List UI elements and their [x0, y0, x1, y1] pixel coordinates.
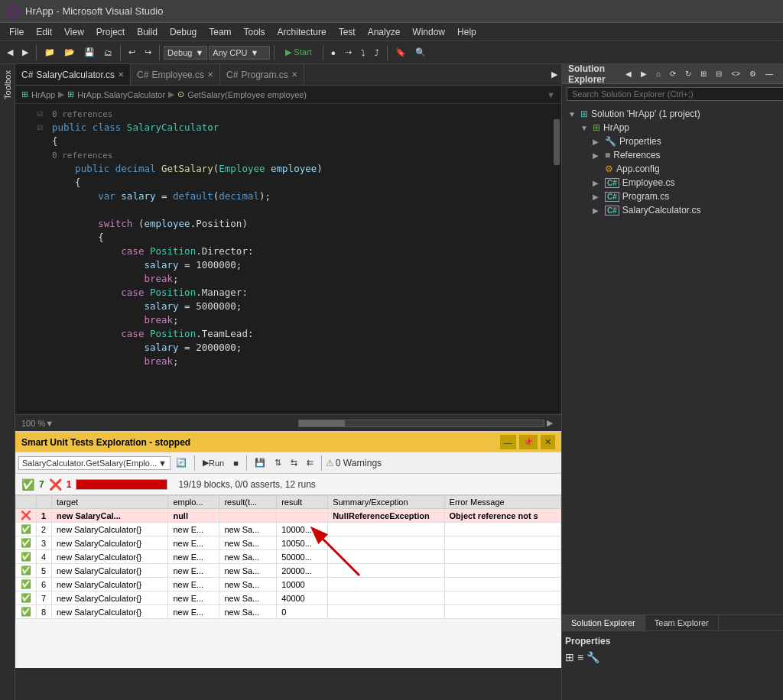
save-button[interactable]: 💾 — [80, 45, 99, 60]
start-button[interactable]: ▶ Start — [278, 45, 318, 60]
redo-button[interactable]: ↪ — [141, 45, 155, 60]
editor-scrollbar[interactable] — [552, 104, 561, 414]
se-solution-node[interactable]: ▼ ⊞ Solution 'HrApp' (1 project) — [562, 107, 783, 121]
menu-debug[interactable]: Debug — [164, 23, 203, 41]
props-grid-button[interactable]: ⊞ — [565, 651, 574, 663]
props-settings-button[interactable]: 🔧 — [586, 651, 599, 663]
menu-analyze[interactable]: Analyze — [362, 23, 407, 41]
breadcrumb-method[interactable]: GetSalary(Employee employee) — [187, 90, 307, 99]
se-close-button[interactable]: — — [762, 67, 777, 80]
forward-button[interactable]: ▶ — [18, 45, 32, 60]
panel-minimize-button[interactable]: — — [500, 435, 516, 449]
menu-tools[interactable]: Tools — [238, 23, 271, 41]
stop-button[interactable]: ■ — [229, 456, 242, 470]
panel-close-button[interactable]: ✕ — [541, 435, 555, 449]
row-employee: new E... — [168, 523, 219, 536]
scroll-right-btn[interactable]: ▶ — [544, 417, 555, 429]
step-button[interactable]: ⇢ — [341, 45, 356, 60]
props-list-button[interactable]: ≡ — [577, 651, 583, 663]
table-row[interactable]: ✅ 8 new SalaryCalculator{} new E... new … — [16, 605, 561, 619]
menu-team[interactable]: Team — [203, 23, 237, 41]
test-table-container: target emplo... result(t... result Summa… — [15, 495, 561, 619]
tab-team-explorer[interactable]: Team Explorer — [645, 615, 719, 630]
col-result-type[interactable]: result(t... — [219, 496, 277, 509]
se-salarycalculator-node[interactable]: ▶ C# SalaryCalculator.cs — [562, 203, 783, 217]
menu-window[interactable]: Window — [406, 23, 451, 41]
table-row[interactable]: ✅ 2 new SalaryCalculator{} new E... new … — [16, 523, 561, 536]
se-expand-button[interactable]: ⊞ — [697, 67, 710, 80]
se-source-control-button[interactable]: <> — [727, 67, 744, 80]
col-summary[interactable]: Summary/Exception — [328, 496, 444, 509]
open-button[interactable]: 📂 — [60, 45, 79, 60]
table-row[interactable]: ✅ 6 new SalaryCalculator{} new E... new … — [16, 578, 561, 591]
breadcrumb-class[interactable]: HrApp.SalaryCalculator — [77, 90, 165, 99]
new-project-button[interactable]: 📁 — [41, 45, 59, 60]
menu-test[interactable]: Test — [333, 23, 362, 41]
find-button[interactable]: 🔍 — [411, 45, 430, 60]
filter-button[interactable]: ⇇ — [303, 455, 317, 470]
tab-employee-close[interactable]: ✕ — [207, 70, 213, 79]
row-summary — [328, 591, 444, 605]
table-row[interactable]: ❌ 1 new SalaryCal... null NullReferenceE… — [16, 509, 561, 523]
col-target[interactable]: target — [52, 496, 168, 509]
col-error[interactable]: Error Message — [444, 496, 560, 509]
toolbox-label[interactable]: Toolbox — [2, 67, 14, 102]
debug-mode-dropdown[interactable]: Debug ▼ — [164, 46, 207, 60]
se-sync-button[interactable]: ⟳ — [666, 67, 680, 80]
menu-view[interactable]: View — [58, 23, 90, 41]
se-back-button[interactable]: ◀ — [622, 67, 635, 80]
tab-salary-calculator[interactable]: C# SalaryCalculator.cs ✕ — [15, 64, 131, 85]
bookmark-button[interactable]: 🔖 — [392, 45, 410, 60]
test-selector-dropdown[interactable]: SalaryCalculator.GetSalary(Emplo... ▼ — [18, 456, 171, 470]
menu-file[interactable]: File — [3, 23, 30, 41]
refresh-button[interactable]: 🔄 — [172, 455, 190, 470]
col-result[interactable]: result — [277, 496, 328, 509]
se-references-node[interactable]: ▶ ■ References — [562, 148, 783, 162]
se-home-button[interactable]: ⌂ — [652, 67, 664, 80]
sort-desc-button[interactable]: ⇆ — [287, 455, 301, 470]
se-appconfig-node[interactable]: ▶ ⚙ App.config — [562, 162, 783, 176]
tab-solution-explorer[interactable]: Solution Explorer — [562, 615, 645, 630]
se-forward-button[interactable]: ▶ — [637, 67, 651, 80]
tab-program-close[interactable]: ✕ — [291, 70, 297, 79]
menu-help[interactable]: Help — [451, 23, 482, 41]
se-program-node[interactable]: ▶ C# Program.cs — [562, 190, 783, 203]
code-editor[interactable]: 0 references public class SalaryCalculat… — [46, 104, 552, 414]
step-out-button[interactable]: ⤴ — [371, 46, 383, 60]
menu-project[interactable]: Project — [90, 23, 131, 41]
table-row[interactable]: ✅ 4 new SalaryCalculator{} new E... new … — [16, 550, 561, 564]
run-button[interactable]: ▶ Run — [199, 455, 228, 470]
zoom-label[interactable]: 100 % — [21, 419, 45, 428]
se-employee-node[interactable]: ▶ C# Employee.cs — [562, 176, 783, 190]
breadcrumb-bar: ⊞ HrApp ▶ ⊞ HrApp.SalaryCalculator ▶ ⊙ G… — [15, 86, 561, 104]
step-over-button[interactable]: ⤵ — [357, 46, 369, 60]
toolbar-sep-5 — [323, 45, 323, 60]
se-project-node[interactable]: ▼ ⊞ HrApp — [562, 121, 783, 134]
table-row[interactable]: ✅ 7 new SalaryCalculator{} new E... new … — [16, 591, 561, 605]
se-refresh-button[interactable]: ↻ — [681, 67, 695, 80]
save-tests-button[interactable]: 💾 — [251, 455, 269, 470]
save-all-button[interactable]: 🗂 — [100, 46, 116, 60]
col-employee[interactable]: emplo... — [168, 496, 219, 509]
menu-edit[interactable]: Edit — [30, 23, 58, 41]
tab-employee[interactable]: C# Employee.cs ✕ — [131, 64, 220, 85]
table-row[interactable]: ✅ 3 new SalaryCalculator{} new E... new … — [16, 536, 561, 550]
zoom-dropdown[interactable]: ▼ — [45, 419, 54, 428]
menu-architecture[interactable]: Architecture — [271, 23, 333, 41]
table-row[interactable]: ✅ 5 new SalaryCalculator{} new E... new … — [16, 564, 561, 578]
breadcrumb-project[interactable]: HrApp — [31, 90, 55, 99]
undo-button[interactable]: ↩ — [125, 45, 139, 60]
se-settings-button[interactable]: ⚙ — [746, 67, 760, 80]
panel-pin-button[interactable]: 📌 — [519, 435, 538, 449]
sort-asc-button[interactable]: ⇅ — [271, 455, 285, 470]
tab-program[interactable]: C# Program.cs ✕ — [220, 64, 304, 85]
back-button[interactable]: ◀ — [3, 45, 17, 60]
platform-dropdown[interactable]: Any CPU ▼ — [209, 46, 270, 60]
se-search-input[interactable] — [567, 87, 783, 101]
tab-salary-close[interactable]: ✕ — [118, 70, 124, 79]
tab-scroll-right[interactable]: ▶ — [547, 67, 561, 82]
se-properties-node[interactable]: ▶ 🔧 Properties — [562, 134, 783, 148]
se-collapse-button[interactable]: ⊟ — [712, 67, 726, 80]
menu-build[interactable]: Build — [131, 23, 164, 41]
breakpoint-button[interactable]: ● — [327, 46, 340, 60]
